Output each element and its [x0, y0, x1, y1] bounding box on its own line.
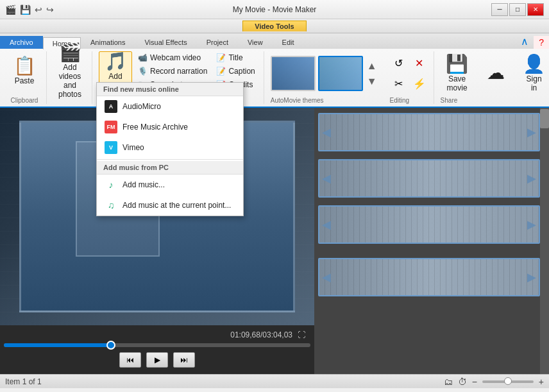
editing-label: Editing: [390, 96, 428, 104]
clip-left-arrow-4: ◀: [322, 270, 331, 284]
add-videos-icon: 🎬: [59, 44, 81, 62]
quick-save-icon[interactable]: 💾: [20, 4, 31, 15]
time-value: 01:09,68/03:04,03: [230, 330, 292, 339]
time-display: 01:09,68/03:04,03 ⛶: [4, 329, 310, 341]
tab-archivo[interactable]: Archivo: [0, 36, 43, 49]
webcam-icon: 📹: [138, 53, 148, 62]
help-icon[interactable]: ?: [534, 36, 549, 49]
timeline-clip-4[interactable]: ◀ ▶: [318, 258, 540, 296]
autothemes-label: AutoMovie themes: [271, 96, 378, 104]
ribbon: 📋 Paste Clipboard 🎬 Add videos and photo…: [0, 49, 549, 108]
split-button[interactable]: ⚡: [410, 75, 428, 93]
save-movie-button[interactable]: 💾 Save movie: [441, 54, 474, 94]
vimeo-item[interactable]: V Vimeo: [97, 137, 243, 158]
record-narration-button[interactable]: 🎙️ Record narration: [135, 65, 210, 78]
paste-button[interactable]: 📋 Paste: [8, 51, 41, 91]
video-tools-tab[interactable]: Video Tools: [242, 21, 306, 31]
record-icon: 🎙️: [138, 67, 148, 76]
caption-label: Caption: [228, 67, 255, 76]
add-music-dropdown: Find new music online A AudioMicro FM Fr…: [96, 82, 244, 216]
cloud-icon: ☁: [487, 64, 505, 82]
dropdown-section-find-music: Find new music online: [97, 83, 243, 96]
ribbon-content: 📋 Paste Clipboard 🎬 Add videos and photo…: [0, 49, 549, 107]
status-icon-2: ⏱: [458, 377, 467, 387]
progress-thumb[interactable]: [106, 341, 115, 350]
timeline-panel: ◀ ▶ ◀ ▶ ◀ ▶ ◀ ▶: [314, 108, 549, 374]
add-music-current-item[interactable]: ♫ Add music at the current point...: [97, 195, 243, 216]
minimize-button[interactable]: ─: [491, 3, 508, 16]
next-frame-button[interactable]: ⏭: [173, 352, 195, 368]
add-music-item-label: Add music...: [122, 180, 165, 189]
paste-label: Paste: [15, 76, 35, 85]
context-tab-bar: Video Tools: [0, 19, 549, 33]
record-label: Record narration: [150, 67, 207, 76]
title-button[interactable]: 📝 Title: [213, 51, 258, 64]
add-music-current-label: Add music at the current point...: [122, 201, 231, 210]
redo-icon[interactable]: ↪: [46, 4, 54, 15]
vimeo-icon: V: [105, 141, 117, 154]
theme-thumb-2[interactable]: [318, 56, 363, 91]
audiomicro-label: AudioMicro: [122, 102, 161, 111]
theme-scroll-down[interactable]: ▼: [366, 74, 378, 89]
rotate-left-button[interactable]: ↺: [390, 55, 408, 72]
ribbon-group-editing: ↺ ✕ ✂ ⚡ Editing: [385, 51, 434, 104]
sign-in-button[interactable]: 👤 Sign in: [518, 54, 549, 94]
title-icon: 📝: [216, 53, 226, 62]
share-label: Share: [441, 96, 549, 104]
maximize-button[interactable]: □: [509, 3, 526, 16]
app-icon: 🎬: [5, 4, 16, 15]
dropdown-section-add-music: Add music from PC: [97, 161, 243, 175]
timeline-clip-3[interactable]: ◀ ▶: [318, 205, 540, 244]
audiomicro-item[interactable]: A AudioMicro: [97, 96, 243, 117]
clip-left-arrow-1: ◀: [322, 125, 331, 139]
theme-thumb-1[interactable]: [271, 56, 316, 91]
clip-right-arrow-3: ▶: [527, 217, 536, 232]
fma-item[interactable]: FM Free Music Archive: [97, 117, 243, 137]
fma-label: Free Music Archive: [122, 123, 188, 132]
timeline-clip-2[interactable]: ◀ ▶: [318, 159, 540, 198]
add-music-icon: 🎵: [105, 53, 127, 71]
status-item-count: Item 1 of 1: [5, 377, 42, 386]
add-music-current-icon: ♫: [105, 199, 117, 212]
add-music-item[interactable]: ♪ Add music...: [97, 175, 243, 195]
zoom-plus-btn[interactable]: +: [539, 377, 544, 387]
theme-scroll-up[interactable]: ▲: [366, 59, 378, 73]
clipboard-label: Clipboard: [11, 96, 38, 104]
person-icon: 👤: [523, 55, 545, 73]
zoom-minus-btn[interactable]: −: [472, 377, 477, 387]
caption-button[interactable]: 📝 Caption: [213, 65, 258, 78]
timeline-clip-1[interactable]: ◀ ▶: [318, 113, 540, 151]
tab-visual-effects[interactable]: Visual Effects: [135, 36, 196, 49]
close-button[interactable]: ✕: [527, 3, 544, 16]
save-movie-label: Save movie: [447, 74, 468, 92]
clip-right-arrow-2: ▶: [527, 171, 536, 185]
timeline-scrollbar[interactable]: [540, 108, 549, 374]
progress-fill: [4, 343, 111, 347]
add-videos-button[interactable]: 🎬 Add videos and photos: [53, 51, 87, 91]
webcam-video-button[interactable]: 📹 Webcam video: [135, 51, 210, 64]
scrollbar-thumb[interactable]: [540, 109, 549, 128]
save-movie-icon: 💾: [446, 55, 468, 73]
prev-frame-button[interactable]: ⏮: [119, 352, 141, 368]
status-icon-1: 🗂: [444, 377, 453, 387]
paste-icon: 📋: [13, 57, 36, 75]
help-chevron[interactable]: ∧: [516, 34, 534, 49]
tab-view[interactable]: View: [238, 36, 273, 49]
tab-animations[interactable]: Animations: [81, 36, 135, 49]
clipboard-content: 📋 Paste: [8, 51, 41, 96]
caption-icon: 📝: [216, 67, 226, 76]
onedrive-button[interactable]: ☁: [479, 54, 512, 94]
tab-edit[interactable]: Edit: [273, 36, 304, 49]
tab-project[interactable]: Project: [197, 36, 238, 49]
progress-bar[interactable]: [4, 343, 310, 347]
dropdown-separator: [97, 159, 243, 160]
zoom-slider[interactable]: [482, 380, 534, 383]
undo-icon[interactable]: ↩: [35, 4, 42, 15]
clip-right-arrow-1: ▶: [527, 125, 536, 139]
fullscreen-icon[interactable]: ⛶: [298, 330, 305, 339]
zoom-thumb[interactable]: [504, 377, 512, 385]
main-content: 01:09,68/03:04,03 ⛶ ⏮ ▶ ⏭ ◀ ▶ ◀ ▶ ◀ ▶: [0, 108, 549, 374]
rotate-right-button[interactable]: ✕: [410, 55, 428, 72]
play-button[interactable]: ▶: [146, 352, 168, 368]
trim-button[interactable]: ✂: [390, 75, 408, 93]
